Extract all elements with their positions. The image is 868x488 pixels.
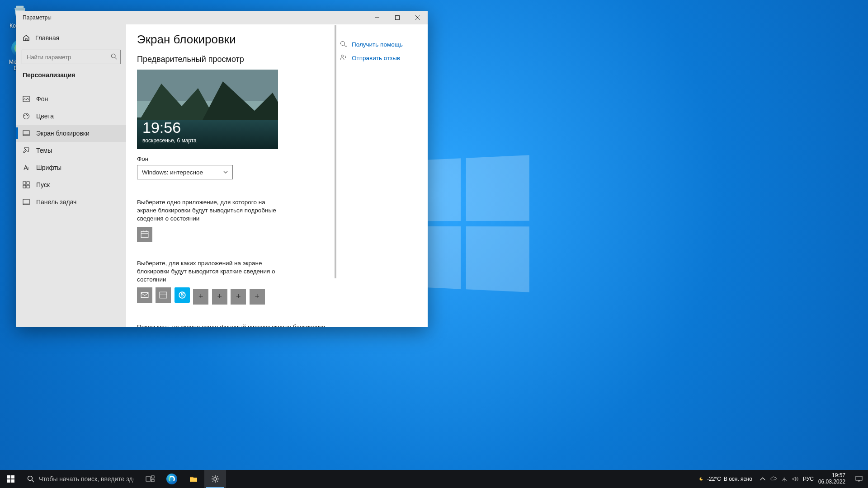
svg-rect-27	[146, 477, 151, 481]
tray-time: 19:57	[818, 473, 845, 479]
svg-point-30	[214, 478, 217, 480]
svg-rect-25	[11, 479, 14, 483]
sidebar-item-lockscreen[interactable]: Экран блокировки	[16, 125, 126, 142]
svg-rect-15	[141, 231, 148, 238]
taskbar-search-input[interactable]	[39, 475, 133, 483]
desktop[interactable]: Корзина Microsoft Edge Параметры	[0, 0, 868, 488]
tray-chevron-icon[interactable]	[760, 476, 766, 482]
lock-screen-preview: 19:56 воскресенье, 6 марта	[137, 70, 278, 149]
calendar-icon	[141, 230, 149, 239]
svg-point-26	[28, 476, 33, 481]
show-bg-label: Показывать на экране входа фоновый рисун…	[137, 324, 326, 327]
edge-icon	[166, 474, 177, 484]
close-button[interactable]	[407, 11, 428, 24]
home-icon	[23, 34, 30, 42]
gear-icon	[211, 474, 220, 483]
help-link-feedback[interactable]: Отправить отзыв	[352, 55, 400, 61]
svg-rect-23	[11, 475, 14, 479]
maximize-button[interactable]	[387, 11, 407, 24]
weather-text: В осн. ясно	[724, 476, 752, 482]
search-icon	[111, 53, 117, 60]
page-title: Экран блокировки	[137, 33, 326, 47]
sidebar-item-themes[interactable]: Темы	[16, 142, 126, 159]
help-icon	[340, 41, 347, 48]
svg-rect-16	[141, 293, 148, 298]
sidebar-item-taskbar[interactable]: Панель задач	[16, 193, 126, 211]
taskbar-search[interactable]	[22, 470, 139, 488]
tray-clock[interactable]: 19:57 06.03.2022	[818, 473, 845, 485]
picture-icon	[23, 95, 30, 103]
tray-onedrive-icon[interactable]	[770, 476, 777, 482]
skype-icon: S	[178, 291, 186, 299]
action-center-button[interactable]	[850, 470, 868, 488]
quick-app-tile-add[interactable]: +	[193, 289, 208, 305]
task-view-icon	[146, 474, 155, 483]
svg-rect-8	[23, 131, 29, 136]
tray-date: 06.03.2022	[818, 479, 845, 485]
tray-network-icon[interactable]	[781, 476, 788, 482]
svg-rect-11	[23, 185, 26, 188]
main-content-area: Экран блокировки Предварительный просмот…	[126, 24, 428, 327]
mail-icon	[141, 291, 149, 299]
task-view-button[interactable]	[139, 470, 161, 488]
preview-date: воскресенье, 6 марта	[142, 137, 197, 144]
quick-app-tile-calendar[interactable]	[156, 287, 171, 303]
svg-point-33	[784, 481, 785, 482]
titlebar[interactable]: Параметры	[16, 11, 428, 24]
taskbar-app-settings[interactable]	[204, 470, 226, 488]
themes-icon	[23, 147, 30, 154]
search-input[interactable]	[22, 50, 121, 64]
system-tray: -22°C В осн. ясно РУС 19:57 06.03.2022	[693, 470, 850, 488]
quick-app-tile-mail[interactable]	[137, 287, 152, 303]
sidebar-item-colors[interactable]: Цвета	[16, 108, 126, 125]
svg-point-6	[26, 114, 27, 115]
tray-language[interactable]: РУС	[803, 476, 814, 482]
svg-point-2	[111, 54, 115, 58]
tray-volume-icon[interactable]	[792, 476, 798, 482]
sidebar-home-label: Главная	[35, 34, 59, 42]
calendar-icon	[159, 291, 167, 299]
minimize-button[interactable]	[367, 11, 387, 24]
svg-rect-29	[151, 479, 154, 482]
quick-app-tile-add[interactable]: +	[212, 289, 227, 305]
lockscreen-icon	[23, 130, 30, 137]
help-link-get-help[interactable]: Получить помощь	[352, 41, 403, 48]
detail-app-label: Выберите одно приложение, для которого н…	[137, 198, 286, 223]
sidebar-item-fonts[interactable]: Шрифты	[16, 159, 126, 176]
svg-rect-22	[7, 475, 10, 479]
quick-app-label: Выберите, для каких приложений на экране…	[137, 259, 286, 284]
quick-app-tile-add[interactable]: +	[231, 289, 246, 305]
background-dropdown[interactable]: Windows: интересное	[137, 165, 233, 179]
quick-app-tile-add[interactable]: +	[250, 289, 265, 305]
taskbar-app-edge[interactable]	[161, 470, 183, 488]
quick-app-tile-skype[interactable]: S	[175, 287, 190, 303]
svg-point-4	[24, 113, 29, 119]
sidebar-item-background[interactable]: Фон	[16, 90, 126, 108]
svg-rect-9	[23, 182, 26, 184]
detail-app-tile-calendar[interactable]	[137, 227, 152, 242]
sidebar-home[interactable]: Главная	[16, 31, 126, 45]
svg-point-5	[24, 115, 25, 116]
scrollbar[interactable]	[335, 25, 336, 326]
svg-rect-1	[395, 16, 399, 20]
background-label: Фон	[137, 155, 326, 162]
content-scroll[interactable]: Экран блокировки Предварительный просмот…	[126, 24, 337, 327]
svg-text:S: S	[181, 293, 184, 298]
notification-icon	[855, 475, 863, 483]
help-panel: Получить помощь Отправить отзыв	[337, 24, 428, 327]
sidebar-item-start[interactable]: Пуск	[16, 176, 126, 193]
window-title: Параметры	[16, 14, 367, 21]
sidebar-item-label: Фон	[36, 95, 48, 103]
svg-rect-14	[23, 203, 29, 205]
svg-rect-10	[27, 182, 29, 184]
taskbar: -22°C В осн. ясно РУС 19:57 06.03.2022	[0, 470, 868, 488]
tray-weather[interactable]: -22°C В осн. ясно	[698, 476, 752, 482]
start-button[interactable]	[0, 470, 22, 488]
svg-rect-24	[7, 479, 10, 483]
taskbar-app-explorer[interactable]	[183, 470, 204, 488]
svg-point-32	[701, 477, 703, 479]
sidebar-item-label: Цвета	[36, 113, 54, 120]
plus-icon: +	[236, 292, 241, 301]
weather-temp: -22°C	[707, 476, 721, 482]
feedback-icon	[340, 54, 347, 61]
